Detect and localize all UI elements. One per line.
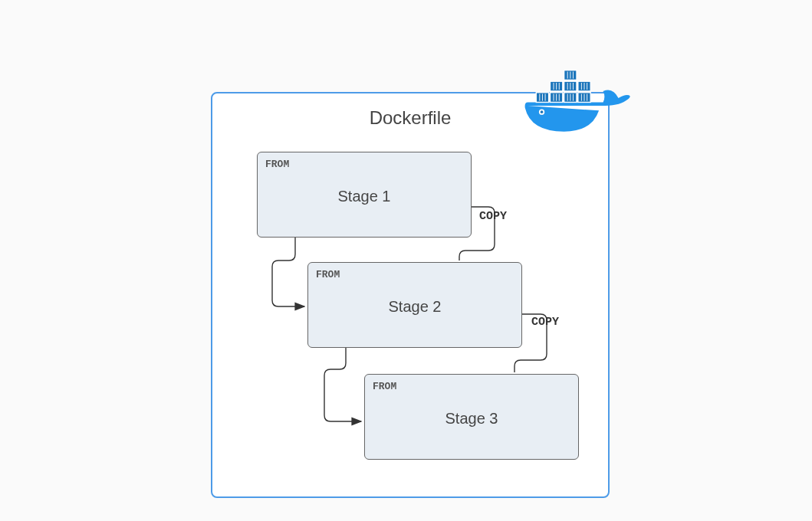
copy-label-2: COPY (531, 316, 559, 329)
stage-1-from-keyword: FROM (265, 159, 289, 170)
stage-3-label: Stage 3 (445, 410, 498, 428)
stage-2-from-keyword: FROM (316, 269, 340, 280)
stage-1-box: FROM Stage 1 (257, 152, 472, 238)
arrow-stage2-to-stage3 (324, 348, 361, 421)
stage-2-label: Stage 2 (389, 298, 442, 316)
stage-2-box: FROM Stage 2 (307, 262, 522, 348)
dockerfile-container: Dockerfile FROM Stage 1 FROM Stage 2 FRO… (211, 92, 610, 498)
stage-3-from-keyword: FROM (373, 381, 396, 392)
docker-whale-icon (519, 67, 634, 144)
stage-3-box: FROM Stage 3 (364, 374, 579, 460)
copy-label-1: COPY (479, 210, 507, 223)
stage-1-label: Stage 1 (338, 188, 391, 205)
arrow-stage1-to-stage2 (272, 238, 304, 306)
svg-point-2 (541, 110, 544, 113)
